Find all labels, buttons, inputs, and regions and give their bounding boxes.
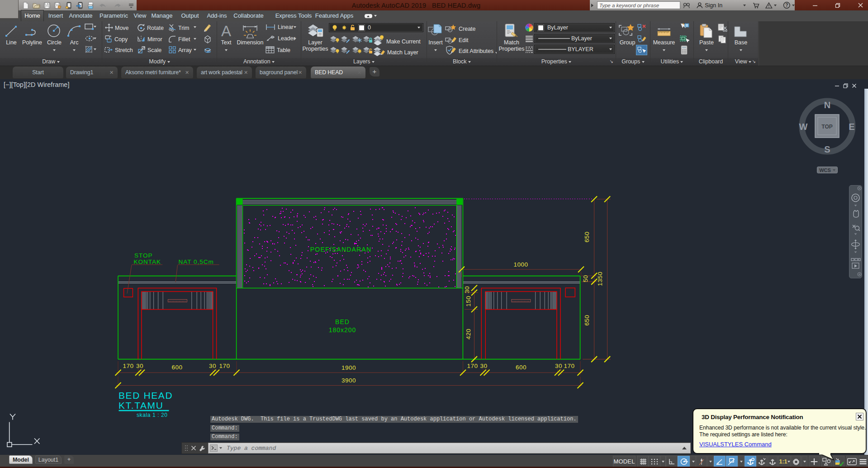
svg-text:TOP: TOP <box>821 124 832 130</box>
svg-text:NAT 0,5Cm: NAT 0,5Cm <box>179 258 214 265</box>
svg-text:150: 150 <box>465 296 472 306</box>
svg-text:3900: 3900 <box>342 377 356 384</box>
svg-text:30: 30 <box>555 363 562 369</box>
svg-text:BED: BED <box>335 318 350 325</box>
svg-text:180x200: 180x200 <box>329 326 356 334</box>
svg-text:S: S <box>824 144 830 154</box>
svg-text:KT.TAMU: KT.TAMU <box>119 400 163 411</box>
svg-text:30: 30 <box>136 363 143 369</box>
svg-text:KONTAK: KONTAK <box>134 258 161 265</box>
svg-text:420: 420 <box>465 329 472 339</box>
svg-text:?: ? <box>786 3 788 8</box>
svg-text:170: 170 <box>219 363 230 369</box>
svg-text:30: 30 <box>209 363 216 369</box>
svg-text:BED HEAD: BED HEAD <box>119 390 173 401</box>
svg-text:E: E <box>849 122 854 132</box>
svg-text:50: 50 <box>582 275 589 282</box>
svg-text:30: 30 <box>464 286 470 293</box>
svg-text:1900: 1900 <box>342 364 356 371</box>
svg-text:600: 600 <box>171 364 182 371</box>
svg-text:1000: 1000 <box>513 261 528 268</box>
svg-text:650: 650 <box>583 315 590 325</box>
svg-text:A: A <box>221 24 231 38</box>
svg-text:170: 170 <box>564 363 574 369</box>
svg-text:170: 170 <box>123 363 133 369</box>
svg-text:600: 600 <box>516 364 526 371</box>
svg-text:N: N <box>824 100 830 110</box>
svg-text:W: W <box>799 122 808 132</box>
svg-text:STOP: STOP <box>134 252 153 259</box>
svg-text:skala 1 : 20: skala 1 : 20 <box>137 412 168 418</box>
svg-text:1350: 1350 <box>597 272 603 286</box>
svg-text:POEF/SANDARAN: POEF/SANDARAN <box>310 246 371 253</box>
svg-text:30: 30 <box>480 363 487 369</box>
svg-text:170: 170 <box>467 363 478 369</box>
svg-text:650: 650 <box>583 231 590 242</box>
